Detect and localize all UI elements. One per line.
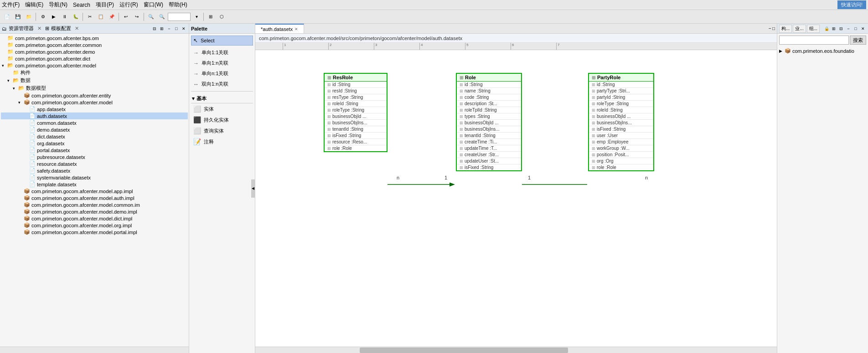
tree-item-portal[interactable]: ▶📄portal.datasetx <box>1 147 188 153</box>
tree-item-dict2[interactable]: ▶📄dict.datasetx <box>1 133 188 140</box>
entity-partyrole[interactable]: ⊞ PartyRole ⊞id :String ⊞partyType :Stri… <box>588 73 654 171</box>
tree-arrow-r0[interactable]: ▶ <box>779 49 785 53</box>
tree-item-demoimpl[interactable]: ▶📦com.primeton.gocom.afcenter.model.demo… <box>1 208 188 215</box>
menu-help[interactable]: 帮助(H) <box>169 1 187 9</box>
rp-min[interactable]: − <box>845 26 852 32</box>
palette-query[interactable]: ⬜ 查询实体 <box>191 125 253 136</box>
right-tab-1[interactable]: 业... <box>793 25 806 33</box>
canvas-max[interactable]: □ <box>772 26 775 31</box>
right-search-input[interactable] <box>779 36 849 45</box>
menu-window[interactable]: 窗口(W) <box>144 1 163 9</box>
canvas-body[interactable]: n 1 1 n ⊞ ResRole ⊞id :String ⊞resId :St… <box>255 50 777 347</box>
tree-item-auth[interactable]: ▶📄auth.datasetx <box>1 113 188 119</box>
tree-item-authimpl[interactable]: ▶📦com.primeton.gocom.afcenter.model.auth… <box>1 194 188 201</box>
canvas-tab-auth[interactable]: *auth.datasetx ✕ <box>255 24 304 33</box>
maximize-icon[interactable]: □ <box>173 26 180 32</box>
tree-item-orgimpl[interactable]: ▶📦com.primeton.gocom.afcenter.model.org.… <box>1 222 188 229</box>
palette-select[interactable]: ↖ Select <box>191 36 253 46</box>
rp-icon-3[interactable]: ⊟ <box>838 26 844 32</box>
tree-item-resource[interactable]: ▶📄resource.datasetx <box>1 160 188 167</box>
menu-edit[interactable]: 编辑(E) <box>25 1 43 9</box>
tree-item-demo[interactable]: ▶📁com.primeton.gocom.afcenter.demo <box>1 48 188 55</box>
palette-collapse[interactable]: ◀ <box>251 179 255 198</box>
canvas-scroll-thumb[interactable] <box>360 348 568 353</box>
menu-search[interactable]: Search <box>73 2 90 8</box>
tb12[interactable]: ↪ <box>132 12 142 22</box>
palette-rel2[interactable]: → 单向1:n关联 <box>191 58 253 68</box>
tree-arrow-modelPkg[interactable]: ▾ <box>18 100 24 105</box>
tree-item-gojian[interactable]: ▶📁构件 <box>1 69 188 77</box>
tree-item-template[interactable]: ▶📄template.datasetx <box>1 181 188 188</box>
tree-arrow-sjmx[interactable]: ▾ <box>13 86 18 91</box>
collapse-icon[interactable]: ⊟ <box>151 26 158 32</box>
tb7[interactable]: 🐛 <box>71 12 81 22</box>
save-button[interactable]: 💾 <box>13 12 23 22</box>
tb5[interactable]: ▶ <box>49 12 59 22</box>
rp-max[interactable]: □ <box>852 26 859 32</box>
zoom-in[interactable]: 🔍 <box>157 12 167 22</box>
right-search-button[interactable]: 搜索 <box>850 36 866 45</box>
tree-item-dictimpl[interactable]: ▶📦com.primeton.gocom.afcenter.model.dict… <box>1 215 188 222</box>
menu-project[interactable]: 项目(P) <box>96 1 114 9</box>
menu-nav[interactable]: 导航(N) <box>49 1 67 9</box>
tb3[interactable]: 📁 <box>24 12 34 22</box>
zoom-dropdown[interactable]: ▾ <box>191 12 202 22</box>
tree-item-common[interactable]: ▶📁com.primeton.gocom.afcenter.common <box>1 41 188 48</box>
tree-item-model[interactable]: ▾📂com.primeton.gocom.afcenter.model <box>1 62 188 69</box>
tree-item-sjmx[interactable]: ▾📂数据模型 <box>1 84 188 92</box>
entity-role[interactable]: ⊞ Role ⊞id :String ⊞name :String ⊞code :… <box>456 73 522 171</box>
close-panel-icon[interactable]: ✕ <box>181 26 187 32</box>
resource-tree[interactable]: ▶📁com.primeton.gocom.afcenter.bps.om▶📁co… <box>0 34 189 347</box>
tree-item-app[interactable]: ▶📄app.datasetx <box>1 106 188 113</box>
tb10[interactable]: 📌 <box>107 12 117 22</box>
rp-icon-2[interactable]: ⊞ <box>831 26 837 32</box>
palette-persist[interactable]: ⬛ 持久化实体 <box>191 114 253 125</box>
left-scroll[interactable] <box>0 347 189 353</box>
tree-item-bps[interactable]: ▶📁com.primeton.gocom.afcenter.bps.om <box>1 35 188 41</box>
tree-item-modelPkg[interactable]: ▾📦com.primeton.gocom.afcenter.model <box>1 99 188 106</box>
canvas-tab-close[interactable]: ✕ <box>294 27 298 31</box>
tree-item-shuju[interactable]: ▾📂数据 <box>1 77 188 84</box>
palette-rel4[interactable]: ↔ 双向1:n关联 <box>191 79 253 89</box>
tree-item-common2[interactable]: ▶📄common.datasetx <box>1 119 188 126</box>
right-tree-item-0[interactable]: ▶ 📦 com.primeton.eos.foundatio <box>778 47 867 54</box>
new-button[interactable]: 📄 <box>2 12 12 22</box>
entity-resrole[interactable]: ⊞ ResRole ⊞id :String ⊞resId :String ⊞re… <box>324 73 388 152</box>
minimize-icon[interactable]: − <box>166 26 172 32</box>
palette-entity[interactable]: ⬜ 实体 <box>191 103 253 114</box>
canvas-scroll-x[interactable] <box>255 347 777 353</box>
tree-item-safety[interactable]: ▶📄safety.datasetx <box>1 167 188 174</box>
layout-btn[interactable]: ⊞ <box>206 12 216 22</box>
tree-item-pubresource[interactable]: ▶📄pubresource.datasetx <box>1 153 188 160</box>
tree-item-dict[interactable]: ▶📁com.primeton.gocom.afcenter.dict <box>1 55 188 62</box>
quick-access-button[interactable]: 快速访问! <box>837 0 866 9</box>
palette-rel1[interactable]: → 单向1:1关联 <box>191 47 253 58</box>
tree-item-systemvariable[interactable]: ▶📄systemvariable.datasetx <box>1 174 188 181</box>
tree-item-entity[interactable]: ▶📦com.primeton.gocom.afcenter.entity <box>1 92 188 99</box>
zoom-out[interactable]: 🔍 <box>146 12 156 22</box>
menu-run[interactable]: 运行(R) <box>119 1 138 9</box>
rp-icon-1[interactable]: 🔒 <box>823 26 830 32</box>
expand-icon[interactable]: ⊞ <box>159 26 165 32</box>
tree-item-commonimpl[interactable]: ▶📦com.primeton.gocom.afcenter.model.comm… <box>1 201 188 208</box>
tree-item-portalimpl[interactable]: ▶📦com.primeton.gocom.afcenter.model.port… <box>1 229 188 235</box>
zoom-level[interactable]: 100% <box>168 13 191 21</box>
export-btn[interactable]: ⬡ <box>217 12 227 22</box>
canvas-min[interactable]: − <box>769 26 771 31</box>
section-expand-icon[interactable]: ▾ <box>192 96 195 102</box>
tree-arrow-model[interactable]: ▾ <box>2 63 7 68</box>
right-tree[interactable]: ▶ 📦 com.primeton.eos.foundatio <box>777 46 868 353</box>
menu-file[interactable]: 文件(F) <box>2 1 20 9</box>
right-tab-0[interactable]: 构... <box>779 25 792 33</box>
tb9[interactable]: 📋 <box>96 12 106 22</box>
tb8[interactable]: ✂ <box>85 12 95 22</box>
tree-item-org[interactable]: ▶📄org.datasetx <box>1 140 188 147</box>
tb6[interactable]: ⏸ <box>60 12 70 22</box>
tb4[interactable]: ⚙ <box>38 12 48 22</box>
palette-note[interactable]: 📝 注释 <box>191 136 253 147</box>
rp-close[interactable]: ✕ <box>860 26 866 32</box>
tree-item-demo2[interactable]: ▶📄demo.datasetx <box>1 126 188 133</box>
palette-rel3[interactable]: → 单向n:1关联 <box>191 68 253 79</box>
tree-item-appimpl[interactable]: ▶📦com.primeton.gocom.afcenter.model.app.… <box>1 188 188 194</box>
tree-arrow-shuju[interactable]: ▾ <box>7 78 13 83</box>
